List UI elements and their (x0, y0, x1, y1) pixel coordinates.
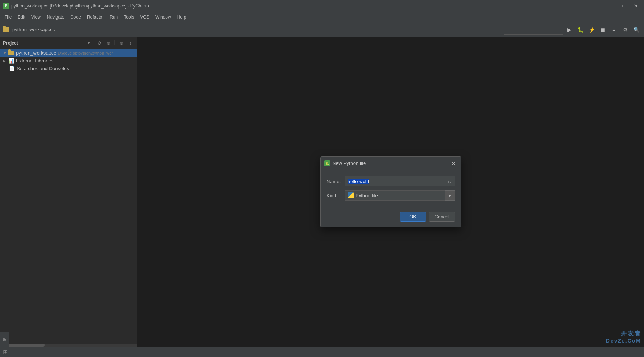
settings-toolbar-button[interactable]: ⚙ (620, 25, 630, 35)
root-folder-icon (8, 51, 14, 55)
name-input[interactable] (345, 176, 445, 186)
main-layout: Project ▾ | ⚙ ⊕ | ⊕ ↕ ▼ python_worksapce… (0, 37, 644, 347)
sidebar-sort-button[interactable]: ↕ (127, 39, 134, 47)
menu-tools[interactable]: Tools (121, 13, 137, 21)
tree-external-libraries[interactable]: ▶ 📊 External Libraries (0, 57, 137, 65)
root-folder-name: python_worksapce (16, 50, 56, 56)
kind-label: Kind: (326, 193, 345, 198)
name-label: Name: (326, 179, 345, 184)
search-toolbar-button[interactable]: 🔍 (631, 25, 641, 35)
maximize-button[interactable]: □ (619, 2, 629, 10)
project-breadcrumb[interactable]: python_worksapce › (3, 27, 56, 32)
tree-root-item[interactable]: ▼ python_worksapce D:\develop\python\pyt… (0, 49, 137, 57)
sidebar-settings-button[interactable]: ⚙ (96, 39, 103, 47)
sidebar-header: Project ▾ | ⚙ ⊕ | ⊕ ↕ (0, 37, 137, 49)
external-libraries-icon: 📊 (8, 58, 14, 64)
ok-button[interactable]: OK (400, 212, 426, 222)
close-button[interactable]: ✕ (631, 2, 641, 10)
folder-icon (3, 27, 9, 32)
dialog-title-bar: 🐍 New Python file ✕ (321, 157, 461, 170)
tree-ext-arrow: ▶ (3, 59, 7, 63)
project-folder-name: python_worksapce (12, 27, 52, 32)
menu-window[interactable]: Window (152, 13, 174, 21)
kind-dropdown[interactable]: Python file (345, 190, 455, 201)
sidebar-title: Project (3, 40, 86, 46)
dialog-body: Name: ↑↓ Kind: (321, 170, 461, 209)
python-file-icon (348, 192, 354, 198)
new-python-file-dialog: 🐍 New Python file ✕ Name: ↑↓ (320, 156, 461, 227)
root-folder-path: D:\develop\python\python_wor (58, 51, 113, 55)
menu-refactor[interactable]: Refactor (84, 13, 107, 21)
tree-scratches-consoles[interactable]: 📄 Scratches and Consoles (0, 65, 137, 72)
dialog-title-text: New Python file (332, 160, 450, 166)
dialog-footer: OK Cancel (321, 209, 461, 227)
configuration-selector[interactable] (504, 25, 563, 35)
dialog-icon-letter: 🐍 (325, 162, 329, 165)
menu-code[interactable]: Code (67, 13, 84, 21)
window-title: python_worksapce [D:\develop\python\pyth… (11, 3, 607, 9)
sidebar-gear2-button[interactable]: ⊕ (118, 39, 125, 47)
kind-select-wrap[interactable]: Python file ▼ (345, 190, 455, 201)
tree-root-arrow: ▼ (3, 51, 7, 55)
content-area: Search Everywhere Double Shift 🐍 New Pyt… (137, 37, 644, 347)
name-row: Name: ↑↓ (326, 176, 455, 186)
bottom-scrollbar[interactable] (0, 344, 137, 347)
dialog-title-icon: 🐍 (324, 160, 330, 166)
kind-value: Python file (355, 193, 378, 198)
breadcrumb-chevron: › (54, 27, 55, 32)
run-button[interactable]: ▶ (565, 25, 574, 35)
sidebar-header-icons: | ⚙ ⊕ | ⊕ ↕ (90, 39, 134, 47)
menu-navigate[interactable]: Navigate (44, 13, 67, 21)
scratches-label: Scratches and Consoles (17, 66, 69, 71)
kind-row: Kind: Python file ▼ (326, 190, 455, 201)
sidebar-scope-button[interactable]: ⊕ (105, 39, 112, 47)
stop-button[interactable]: ⏹ (598, 25, 608, 35)
menu-bar: File Edit View Navigate Code Refactor Ru… (0, 12, 644, 22)
name-input-wrap: ↑↓ (345, 176, 455, 186)
menu-view[interactable]: View (28, 13, 44, 21)
window-controls: — □ ✕ (607, 2, 641, 10)
menu-vcs[interactable]: VCS (137, 13, 152, 21)
menu-run[interactable]: Run (107, 13, 121, 21)
left-tab-strip[interactable]: ⊞ (0, 332, 9, 347)
dialog-overlay: 🐍 New Python file ✕ Name: ↑↓ (137, 37, 644, 347)
minimize-button[interactable]: — (607, 2, 617, 10)
scratches-icon: 📄 (9, 66, 15, 71)
build-button[interactable]: ≡ (609, 25, 619, 35)
status-left-icon[interactable]: ⊞ (3, 348, 8, 356)
title-bar: P python_worksapce [D:\develop\python\py… (0, 0, 644, 12)
cancel-button[interactable]: Cancel (429, 212, 455, 222)
menu-edit[interactable]: Edit (14, 13, 28, 21)
external-libraries-label: External Libraries (16, 58, 53, 64)
dialog-close-button[interactable]: ✕ (450, 160, 457, 167)
sidebar: Project ▾ | ⚙ ⊕ | ⊕ ↕ ▼ python_worksapce… (0, 37, 137, 347)
menu-file[interactable]: File (1, 13, 14, 21)
menu-help[interactable]: Help (174, 13, 189, 21)
run-with-coverage-button[interactable]: ⚡ (587, 25, 596, 35)
toolbar: python_worksapce › ▶ 🐛 ⚡ ⏹ ≡ ⚙ 🔍 (0, 22, 644, 37)
name-sort-button[interactable]: ↑↓ (445, 176, 455, 186)
debug-button[interactable]: 🐛 (576, 25, 585, 35)
kind-dropdown-arrow[interactable]: ▼ (445, 190, 455, 201)
toolbar-right: ▶ 🐛 ⚡ ⏹ ≡ ⚙ 🔍 (504, 25, 641, 35)
app-icon: P (3, 3, 9, 9)
status-bar: ⊞ (0, 347, 644, 357)
